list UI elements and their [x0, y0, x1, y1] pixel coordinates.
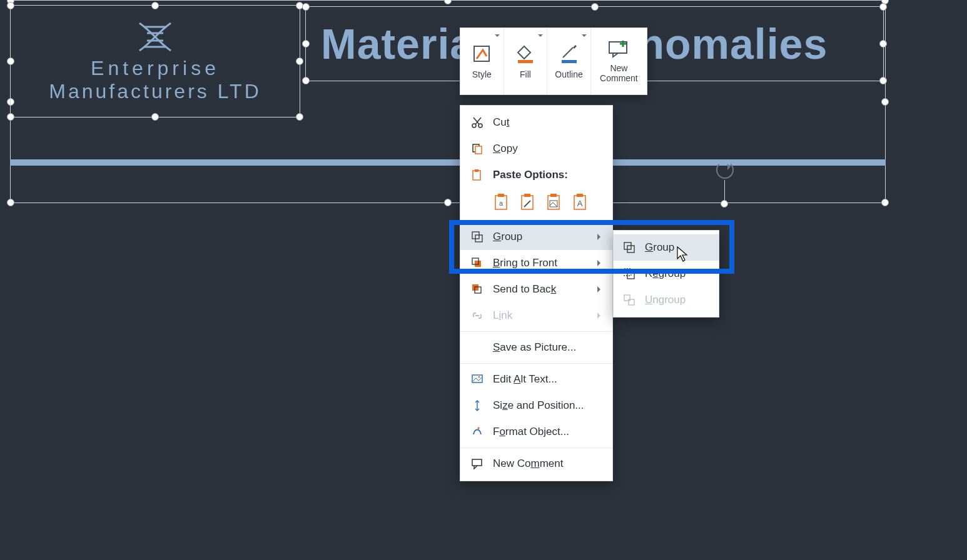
- style-button[interactable]: Style: [460, 28, 504, 94]
- bring-to-front-icon: [470, 256, 484, 270]
- resize-handle[interactable]: [879, 77, 887, 84]
- svg-rect-27: [577, 194, 583, 197]
- resize-handle[interactable]: [879, 3, 887, 11]
- svg-rect-4: [474, 46, 489, 61]
- new-comment-label-1: New: [610, 63, 627, 73]
- menu-label: Ungroup: [645, 294, 686, 306]
- paste-options-row: a A: [460, 188, 612, 218]
- resize-handle[interactable]: [721, 200, 728, 208]
- rotate-handle-icon[interactable]: [716, 161, 734, 179]
- blank-icon: [470, 341, 484, 354]
- resize-handle[interactable]: [879, 40, 887, 48]
- style-icon: [472, 44, 492, 66]
- copy-icon: [470, 142, 484, 156]
- menu-label: Copy: [493, 142, 518, 155]
- menu-label: New Comment: [493, 458, 563, 470]
- menu-item-copy[interactable]: Copy: [460, 136, 612, 162]
- format-object-icon: [470, 425, 484, 439]
- resize-handle[interactable]: [296, 113, 303, 121]
- resize-handle[interactable]: [151, 2, 159, 9]
- logo-text-line1: Enterprise: [91, 57, 220, 80]
- menu-separator: [460, 448, 612, 448]
- menu-label: Bring to Front: [493, 257, 557, 269]
- fill-icon: [515, 44, 535, 66]
- paste-option-keep-source-formatting[interactable]: [519, 191, 538, 212]
- svg-point-36: [478, 376, 480, 378]
- menu-separator: [460, 363, 612, 364]
- outline-button[interactable]: Outline: [547, 28, 591, 94]
- style-label: Style: [472, 69, 492, 79]
- outline-icon: [559, 44, 579, 66]
- svg-rect-16: [473, 171, 480, 180]
- paste-option-picture[interactable]: [545, 191, 564, 212]
- svg-rect-22: [524, 194, 530, 197]
- submenu-item-group[interactable]: Group: [614, 234, 719, 261]
- resize-handle[interactable]: [302, 77, 310, 84]
- paste-option-keep-text-only[interactable]: A: [572, 191, 590, 212]
- menu-item-cut[interactable]: Cut: [460, 109, 612, 136]
- logo-shape[interactable]: Enterprise Manufacturers LTD: [10, 5, 300, 118]
- menu-item-size-and-position[interactable]: Size and Position...: [460, 392, 612, 419]
- link-icon: [470, 309, 484, 322]
- paste-option-use-destination-theme[interactable]: a: [493, 191, 512, 212]
- menu-label: Group: [493, 231, 522, 243]
- group-icon: [470, 230, 484, 244]
- menu-label: Edit Alt Text...: [493, 373, 557, 386]
- menu-label: Paste Options:: [493, 169, 568, 181]
- dna-logo-icon: [133, 19, 177, 57]
- outline-label: Outline: [555, 69, 582, 79]
- chevron-down-icon: [495, 34, 500, 39]
- menu-label: Cut: [493, 116, 509, 129]
- menu-item-edit-alt-text[interactable]: Edit Alt Text...: [460, 366, 612, 392]
- resize-handle[interactable]: [296, 58, 303, 65]
- submenu-item-ungroup: Ungroup: [614, 287, 719, 313]
- menu-item-link: Link: [460, 302, 612, 329]
- resize-handle[interactable]: [881, 199, 889, 206]
- divider-line-shape[interactable]: [10, 159, 886, 166]
- resize-handle[interactable]: [444, 199, 452, 206]
- svg-rect-6: [562, 60, 577, 63]
- svg-text:A: A: [577, 199, 583, 208]
- resize-handle[interactable]: [151, 113, 159, 121]
- resize-handle[interactable]: [7, 58, 14, 65]
- context-menu: Cut Copy Paste Options: a A Group Bring …: [460, 105, 613, 481]
- submenu-item-regroup[interactable]: Regroup: [614, 261, 719, 287]
- regroup-icon: [622, 267, 636, 281]
- menu-label: Save as Picture...: [493, 341, 576, 354]
- group-submenu: Group Regroup Ungroup: [613, 230, 719, 318]
- chevron-right-icon: [597, 234, 604, 240]
- comment-icon: [470, 457, 484, 471]
- resize-handle[interactable]: [7, 199, 14, 206]
- menu-item-save-as-picture[interactable]: Save as Picture...: [460, 334, 612, 361]
- svg-rect-19: [498, 194, 504, 197]
- menu-item-format-object[interactable]: Format Object...: [460, 419, 612, 445]
- svg-rect-21: [522, 196, 533, 209]
- resize-handle[interactable]: [881, 98, 889, 106]
- menu-item-group[interactable]: Group: [460, 224, 612, 250]
- menu-label: Regroup: [645, 268, 686, 280]
- svg-rect-17: [475, 169, 478, 172]
- resize-handle[interactable]: [7, 113, 14, 121]
- menu-label: Send to Back: [493, 283, 556, 296]
- resize-handle[interactable]: [444, 0, 452, 4]
- resize-handle[interactable]: [302, 3, 310, 11]
- resize-handle[interactable]: [302, 40, 310, 48]
- fill-button[interactable]: Fill: [504, 28, 548, 94]
- new-comment-button[interactable]: New Comment: [591, 28, 647, 94]
- size-position-icon: [470, 399, 484, 412]
- svg-text:a: a: [499, 199, 504, 207]
- menu-label: Format Object...: [493, 426, 569, 438]
- menu-item-bring-to-front[interactable]: Bring to Front: [460, 250, 612, 276]
- resize-handle[interactable]: [591, 3, 599, 11]
- svg-rect-33: [472, 284, 478, 291]
- menu-label: Size and Position...: [493, 399, 584, 412]
- menu-item-new-comment[interactable]: New Comment: [460, 451, 612, 477]
- svg-rect-15: [475, 146, 482, 154]
- menu-item-send-to-back[interactable]: Send to Back: [460, 276, 612, 302]
- chevron-right-icon: [597, 286, 604, 292]
- new-comment-label-2: Comment: [600, 73, 638, 83]
- svg-rect-5: [518, 60, 533, 63]
- resize-handle[interactable]: [7, 2, 14, 9]
- fill-label: Fill: [520, 69, 531, 79]
- new-comment-icon: [608, 39, 629, 60]
